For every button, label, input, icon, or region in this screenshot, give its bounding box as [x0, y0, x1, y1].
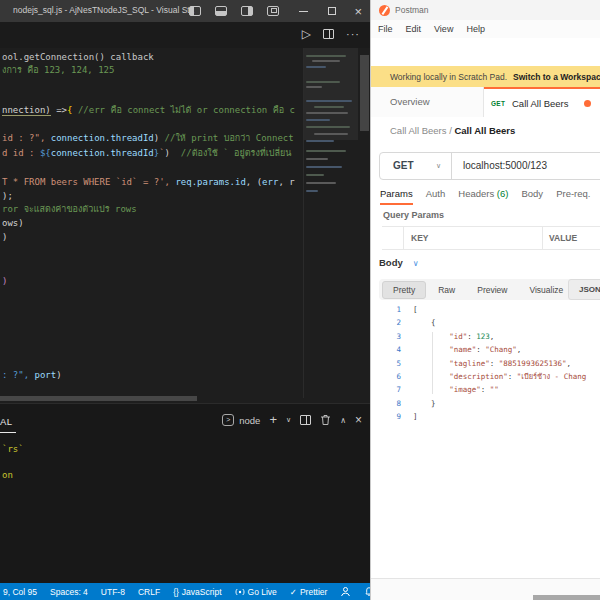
json-line: 2 {	[371, 316, 600, 329]
code-line: ror จะแสดงค่าของตัวแปร rows	[2, 203, 137, 215]
code-line: id : ?", connection.threadId) //ให้ prin…	[2, 132, 294, 144]
braces-icon: {}	[173, 587, 179, 597]
prettier-button[interactable]: ✓ Prettier	[290, 587, 328, 597]
params-key-header[interactable]: KEY	[404, 227, 543, 249]
minimap-line	[306, 166, 342, 168]
breadcrumb-collection[interactable]: Call All Beers	[390, 125, 447, 136]
line-number: 4	[371, 343, 401, 356]
view-pretty[interactable]: Pretty	[382, 281, 426, 299]
go-live-button[interactable]: Go Live	[235, 587, 277, 597]
indentation[interactable]: Spaces: 4	[50, 587, 88, 597]
split-terminal-icon[interactable]	[300, 415, 311, 425]
minimap-line	[306, 174, 324, 176]
broadcast-icon	[235, 587, 245, 597]
close-panel-icon[interactable]: ×	[355, 415, 362, 426]
menu-file[interactable]: File	[378, 24, 393, 34]
postman-logo-icon	[379, 5, 390, 16]
footer-horizontal-scrollbar[interactable]	[533, 595, 600, 600]
line-number: 8	[371, 397, 401, 410]
code-line: nnection) =>{ //err คือ connect ไม่ได้ o…	[2, 104, 295, 116]
json-line: 6 "description": "เบียร์ช้าง - Chang	[371, 370, 600, 383]
line-number: 1	[371, 303, 401, 316]
minimap-line	[306, 140, 334, 142]
eol-sequence[interactable]: CRLF	[138, 587, 160, 597]
request-url-bar: GET ∨ localhost:5000/123	[379, 152, 600, 180]
code-line: : ?", port)	[2, 369, 62, 381]
line-number: 7	[371, 383, 401, 396]
response-body-section[interactable]: Body∨	[379, 257, 419, 268]
json-line: 9]	[371, 410, 600, 423]
encoding[interactable]: UTF-8	[101, 587, 125, 597]
terminal-tab[interactable]: AL	[0, 416, 16, 433]
chevron-down-icon: ∨	[436, 153, 441, 179]
status-bar: 9, Col 95 Spaces: 4 UTF-8 CRLF {} JavaSc…	[0, 583, 370, 600]
new-terminal-icon[interactable]: +	[269, 414, 277, 426]
cursor-position[interactable]: 9, Col 95	[3, 587, 37, 597]
view-visualize[interactable]: Visualize	[519, 282, 573, 298]
language-mode[interactable]: {} JavaScript	[173, 587, 221, 597]
indent-guide	[432, 332, 433, 394]
tab-overview[interactable]: Overview	[371, 87, 484, 117]
view-raw[interactable]: Raw	[428, 282, 465, 298]
minimap-line	[306, 182, 336, 184]
code-line: T * FROM beers WHERE `id` = ?', req.para…	[2, 176, 295, 188]
query-params-label: Query Params	[383, 210, 444, 220]
editor-horizontal-scrollbar[interactable]	[0, 396, 197, 401]
line-number: 5	[371, 357, 401, 370]
screen: nodejs_sql.js - AjNesTNodeJS_SQL - Visua…	[0, 0, 600, 600]
url-input[interactable]: localhost:5000/123	[452, 153, 547, 179]
account-icon[interactable]	[340, 586, 351, 597]
terminal-shell-label[interactable]: node	[239, 415, 260, 426]
minimap-line	[306, 86, 322, 88]
code-line: )	[2, 275, 7, 287]
response-view-toggle: PrettyRawPreviewVisualize	[379, 279, 576, 300]
params-value-header[interactable]: VALUE	[543, 227, 600, 249]
terminal-panel: AL > node + ∨ ∧ × `rs`on	[0, 403, 370, 583]
line-number: 9	[371, 410, 401, 423]
vscode-window: nodejs_sql.js - AjNesTNodeJS_SQL - Visua…	[0, 0, 370, 600]
json-line: 1[	[371, 303, 600, 316]
minimap-line	[306, 112, 348, 114]
minimap-line	[306, 81, 340, 83]
terminal-dropdown-icon[interactable]: ∨	[286, 416, 291, 424]
check-icon: ✓	[290, 587, 297, 597]
editor-vertical-scrollbar[interactable]	[360, 55, 369, 131]
request-tab-params[interactable]: Params	[380, 188, 413, 205]
tab-request-active[interactable]: GET Call All Beers	[484, 87, 600, 117]
maximize-panel-icon[interactable]: ∧	[340, 416, 346, 425]
postman-app-title: Postman	[395, 5, 429, 15]
switch-workspace-link[interactable]: Switch to a Workspace	[513, 72, 600, 82]
view-preview[interactable]: Preview	[467, 282, 517, 298]
json-line: 3 "id": 123,	[371, 330, 600, 343]
minimap[interactable]	[303, 48, 358, 398]
request-tab-body[interactable]: Body	[521, 188, 543, 205]
method-selector[interactable]: GET ∨	[380, 153, 452, 179]
kill-terminal-icon[interactable]	[320, 414, 331, 426]
breadcrumb-request[interactable]: Call All Beers	[454, 125, 515, 136]
code-line: งการ คือ 123, 124, 125	[2, 64, 114, 76]
minimap-line	[306, 66, 326, 68]
minimap-line	[306, 190, 318, 192]
postman-footer	[371, 578, 600, 600]
postman-menubar: FileEditViewHelp	[371, 20, 600, 38]
menu-help[interactable]: Help	[466, 24, 485, 34]
minimap-line	[314, 133, 348, 135]
terminal-line: on	[2, 470, 13, 480]
minimap-line	[314, 106, 344, 108]
response-json-viewer[interactable]: 1[2 {3 "id": 123,4 "name": "Chang",5 "ta…	[371, 303, 600, 433]
request-tab-pre-req-[interactable]: Pre-req.	[556, 188, 590, 205]
request-tab-headers[interactable]: Headers (6)	[458, 188, 508, 205]
menu-view[interactable]: View	[434, 24, 453, 34]
line-number: 6	[371, 370, 401, 383]
minimap-line	[306, 100, 352, 102]
terminal-icon: >	[222, 414, 234, 426]
line-number: 3	[371, 330, 401, 343]
minimap-line	[306, 158, 328, 160]
minimap-line	[306, 126, 350, 128]
request-tab-auth[interactable]: Auth	[426, 188, 446, 205]
params-checkbox-column[interactable]	[382, 227, 404, 249]
code-line: );	[2, 190, 13, 202]
minimap-line	[306, 119, 330, 121]
response-format-select[interactable]: JSON	[568, 279, 600, 300]
menu-edit[interactable]: Edit	[406, 24, 422, 34]
